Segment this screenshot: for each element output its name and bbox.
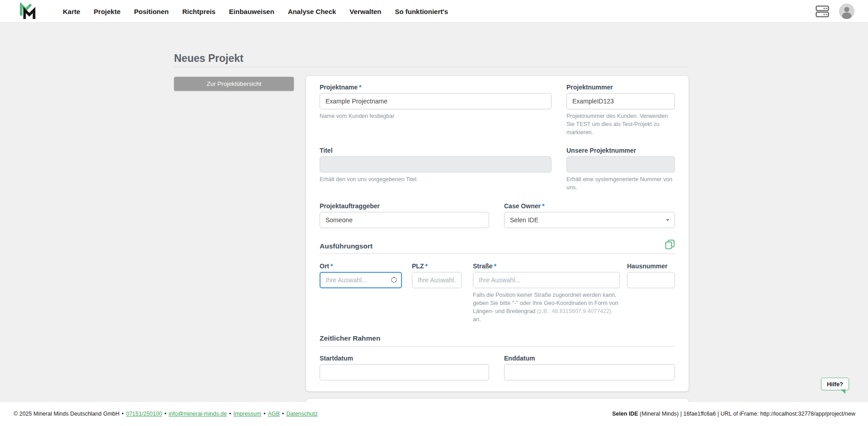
field-projektnummer: Projektnummer Projektnummer des Kunden. … <box>566 84 675 136</box>
startdatum-input[interactable] <box>320 364 489 380</box>
field-hausnummer: Hausnummer <box>627 262 675 288</box>
unsere-projektnummer-input <box>566 156 675 173</box>
title-divider <box>174 67 689 67</box>
unsere-projektnummer-helper: Erhält eine systemgenerierte Nummer von … <box>566 175 675 192</box>
section-ausfuehrungsort-title: Ausführungsort <box>320 242 373 250</box>
footer-separator: • <box>264 411 265 417</box>
app-root: Karte Projekte Positionen Richtpreis Ein… <box>0 0 868 426</box>
required-asterisk: * <box>330 262 333 270</box>
logo-icon <box>18 3 38 20</box>
unsere-projektnummer-label: Unsere Projektnummer <box>566 147 675 154</box>
strasse-helper: Falls die Position keiner Straße zugeord… <box>473 291 620 324</box>
nav-item-positionen[interactable]: Positionen <box>134 8 169 15</box>
strasse-input[interactable] <box>473 272 620 288</box>
footer-left: © 2025 Mineral Minds Deutschland GmbH•07… <box>14 411 318 417</box>
section-zeitlicher-rahmen-title: Zeitlicher Rahmen <box>320 334 380 342</box>
projektnummer-input[interactable] <box>566 93 675 109</box>
strasse-helper-example: (z.B.: 48.8115607,9.4077422) <box>537 308 611 314</box>
project-form-card: Projektname* Name vom Kunden festlegbar … <box>306 76 689 391</box>
strasse-label-text: Straße <box>473 262 493 270</box>
main-nav: Karte Projekte Positionen Richtpreis Ein… <box>63 0 448 23</box>
ort-input[interactable] <box>320 272 402 288</box>
footer-link-email[interactable]: info@mineral-minds.de <box>169 411 227 417</box>
field-enddatum: Enddatum <box>504 355 675 380</box>
field-plz: PLZ* <box>412 262 462 288</box>
hausnummer-input[interactable] <box>627 272 675 288</box>
nav-item-richtpreis[interactable]: Richtpreis <box>182 8 215 15</box>
footer-session-info: Selen IDE (Mineral Minds) | 16fae1ffc6a6… <box>612 411 855 417</box>
case-owner-selected-value: Selen IDE <box>510 216 538 224</box>
projektauftraggeber-input[interactable] <box>320 212 489 228</box>
projektnummer-label: Projektnummer <box>566 84 675 91</box>
plz-label: PLZ* <box>412 262 462 270</box>
strasse-label: Straße* <box>473 262 620 270</box>
titel-label: Titel <box>320 147 552 154</box>
projektname-helper: Name vom Kunden festlegbar <box>320 112 552 120</box>
plz-label-text: PLZ <box>412 262 424 270</box>
footer-link-phone[interactable]: 07151/250100 <box>126 411 162 417</box>
page-title: Neues Projekt <box>174 52 243 65</box>
footer-link-impressum[interactable]: Impressum <box>233 411 261 417</box>
nav-item-verwalten[interactable]: Verwalten <box>349 8 381 15</box>
plz-input[interactable] <box>412 272 462 288</box>
chevron-down-icon <box>666 219 670 221</box>
projektauftraggeber-label: Projektauftraggeber <box>320 202 489 210</box>
field-ort: Ort* <box>320 262 402 288</box>
ort-label-text: Ort <box>320 262 329 270</box>
section-divider <box>320 346 675 346</box>
footer-separator: • <box>282 411 284 417</box>
footer-separator: • <box>122 411 123 417</box>
footer-separator: • <box>229 411 231 417</box>
titel-input <box>320 156 552 173</box>
field-titel: Titel Erhält den von uns vorgegebenen Ti… <box>320 147 552 183</box>
field-startdatum: Startdatum <box>320 355 489 380</box>
field-case-owner: Case Owner* Selen IDE <box>504 202 675 228</box>
footer-session-user: Selen IDE <box>612 411 638 417</box>
strasse-helper-suffix: an. <box>473 316 481 323</box>
nav-item-einbauweisen[interactable]: Einbauweisen <box>229 8 274 15</box>
footer-link-agb[interactable]: AGB <box>268 411 279 417</box>
footer-link-datenschutz[interactable]: Datenschutz <box>286 411 317 417</box>
top-navigation-bar: Karte Projekte Positionen Richtpreis Ein… <box>0 0 868 23</box>
project-overview-button[interactable]: Zur Projektübersicht <box>174 77 294 91</box>
case-owner-label: Case Owner* <box>504 202 675 210</box>
nav-item-karte[interactable]: Karte <box>63 8 80 15</box>
loading-spinner-icon <box>391 277 397 283</box>
required-asterisk: * <box>425 262 427 270</box>
help-bubble-tail <box>841 389 845 394</box>
user-avatar[interactable] <box>839 4 854 19</box>
server-icon[interactable] <box>816 5 829 18</box>
help-button[interactable]: Hilfe? <box>821 378 849 390</box>
footer-session-details: (Mineral Minds) | 16fae1ffc6a6 | URL of … <box>638 411 855 417</box>
footer-copyright: © 2025 Mineral Minds Deutschland GmbH <box>14 411 119 417</box>
topbar-right <box>816 0 854 23</box>
enddatum-input[interactable] <box>504 364 675 380</box>
hausnummer-label: Hausnummer <box>627 262 675 270</box>
field-projektauftraggeber: Projektauftraggeber <box>320 202 489 228</box>
projektname-input[interactable] <box>320 93 552 109</box>
field-strasse: Straße* Falls die Position keiner Straße… <box>473 262 620 324</box>
case-owner-label-text: Case Owner <box>504 202 541 210</box>
mineral-minds-logo[interactable] <box>18 3 38 20</box>
field-projektname: Projektname* Name vom Kunden festlegbar <box>320 84 552 120</box>
section-divider <box>320 253 675 254</box>
projektnummer-helper: Projektnummer des Kunden. Verwenden Sie … <box>566 112 675 136</box>
required-asterisk: * <box>359 84 361 91</box>
projektname-label-text: Projektname <box>320 84 358 91</box>
nav-item-projekte[interactable]: Projekte <box>94 8 120 15</box>
enddatum-label: Enddatum <box>504 355 675 362</box>
startdatum-label: Startdatum <box>320 355 489 362</box>
nav-item-analyse-check[interactable]: Analyse Check <box>288 8 336 15</box>
copy-icon[interactable] <box>665 239 675 249</box>
copy-icon-glyph <box>665 239 675 249</box>
case-owner-select[interactable]: Selen IDE <box>504 212 675 228</box>
field-unsere-projektnummer: Unsere Projektnummer Erhält eine systemg… <box>566 147 675 192</box>
footer: © 2025 Mineral Minds Deutschland GmbH•07… <box>0 402 868 426</box>
help-button-label: Hilfe? <box>827 381 843 388</box>
projektname-label: Projektname* <box>320 84 552 91</box>
nav-item-so-funktionierts[interactable]: So funktioniert's <box>395 8 448 15</box>
required-asterisk: * <box>494 262 496 270</box>
user-avatar-glyph <box>839 4 854 19</box>
required-asterisk: * <box>542 202 544 210</box>
server-icon-glyph <box>816 5 829 18</box>
